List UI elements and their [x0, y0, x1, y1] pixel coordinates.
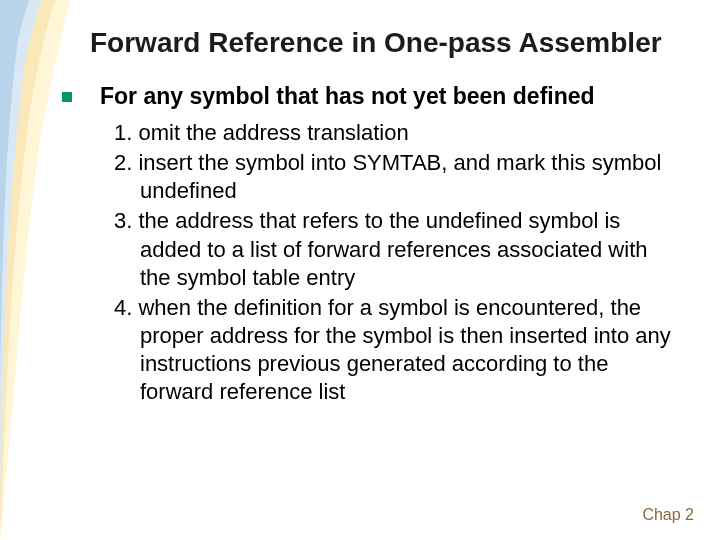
lead-text: For any symbol that has not yet been def… [100, 83, 680, 111]
list-item: 1. omit the address translation [114, 119, 680, 147]
slide-content: For any symbol that has not yet been def… [90, 83, 680, 406]
list-item: 4. when the definition for a symbol is e… [114, 294, 680, 407]
slide: Forward Reference in One-pass Assembler … [0, 0, 720, 540]
list-item: 2. insert the symbol into SYMTAB, and ma… [114, 149, 680, 205]
list-item: 3. the address that refers to the undefi… [114, 207, 680, 291]
item-list: 1. omit the address translation 2. inser… [100, 119, 680, 407]
slide-title: Forward Reference in One-pass Assembler [90, 28, 680, 57]
footer-text: Chap 2 [642, 506, 694, 524]
square-bullet-icon [62, 92, 72, 102]
